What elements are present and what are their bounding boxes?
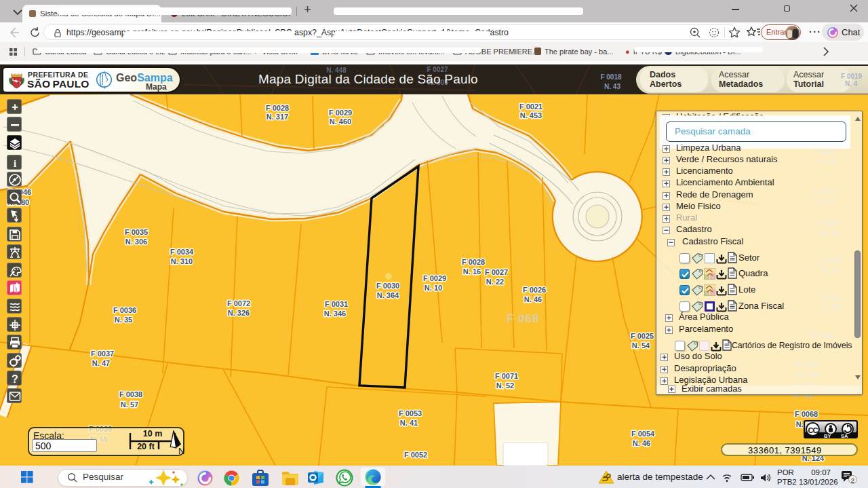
svg-text:F 0068: F 0068 — [795, 410, 818, 418]
svg-text:N. 326: N. 326 — [228, 309, 250, 317]
svg-text:20 ft: 20 ft — [137, 442, 155, 451]
svg-text:N. 16: N. 16 — [463, 267, 481, 276]
svg-text:F 0034: F 0034 — [170, 248, 194, 256]
svg-text:N. 52: N. 52 — [496, 381, 514, 390]
svg-text:F 0035: F 0035 — [125, 228, 148, 236]
svg-text:F 0025: F 0025 — [631, 332, 654, 340]
svg-text:F 0028: F 0028 — [266, 104, 289, 112]
svg-text:F 068: F 068 — [507, 312, 539, 325]
svg-text:F 0029: F 0029 — [329, 109, 352, 117]
svg-text:N: N — [178, 446, 184, 455]
svg-text:F 0038: F 0038 — [119, 390, 142, 398]
svg-text:N. 346: N. 346 — [324, 309, 346, 318]
svg-text:F 0021: F 0021 — [519, 102, 542, 111]
svg-text:i: i — [14, 158, 16, 169]
svg-text:F 0071: F 0071 — [495, 372, 518, 380]
svg-text:F 0030: F 0030 — [376, 282, 399, 290]
svg-text:F 0053: F 0053 — [399, 409, 422, 417]
svg-text:+: + — [12, 100, 18, 113]
svg-text:N. 57: N. 57 — [121, 400, 138, 409]
svg-text:N. 46: N. 46 — [524, 295, 542, 303]
svg-text:F 0054: F 0054 — [631, 430, 655, 438]
svg-text:N. 364: N. 364 — [377, 291, 399, 299]
svg-text:F 0036: F 0036 — [113, 306, 136, 314]
svg-text:F 0037: F 0037 — [91, 350, 114, 358]
svg-text:N. 306: N. 306 — [125, 238, 147, 246]
svg-text:N. 41: N. 41 — [400, 419, 418, 427]
svg-text:N. 46: N. 46 — [633, 439, 650, 447]
svg-text:F 0029: F 0029 — [423, 274, 446, 282]
svg-text:N. 47: N. 47 — [92, 359, 110, 367]
svg-text:F 0031: F 0031 — [325, 300, 348, 308]
svg-text:N. 310: N. 310 — [171, 257, 193, 265]
svg-text:F 0018: F 0018 — [600, 73, 622, 81]
svg-text:N. 460: N. 460 — [330, 117, 351, 126]
svg-text:N. 453: N. 453 — [520, 111, 542, 119]
svg-text:10 m: 10 m — [143, 429, 163, 438]
svg-text:N. 35: N. 35 — [115, 316, 132, 324]
svg-text:N. 54: N. 54 — [632, 341, 650, 350]
svg-text:N. 22: N. 22 — [486, 278, 504, 286]
svg-text:F 0052: F 0052 — [404, 451, 427, 459]
svg-text:F 0026: F 0026 — [523, 286, 546, 294]
svg-text:N. 10: N. 10 — [425, 284, 442, 292]
svg-text:F 0072: F 0072 — [227, 299, 250, 307]
svg-text:N. 317: N. 317 — [267, 113, 288, 121]
svg-text:F 0028: F 0028 — [462, 258, 485, 266]
svg-text:?: ? — [12, 373, 18, 385]
svg-text:F 0027: F 0027 — [485, 268, 508, 276]
svg-text:N. 43: N. 43 — [604, 83, 620, 90]
